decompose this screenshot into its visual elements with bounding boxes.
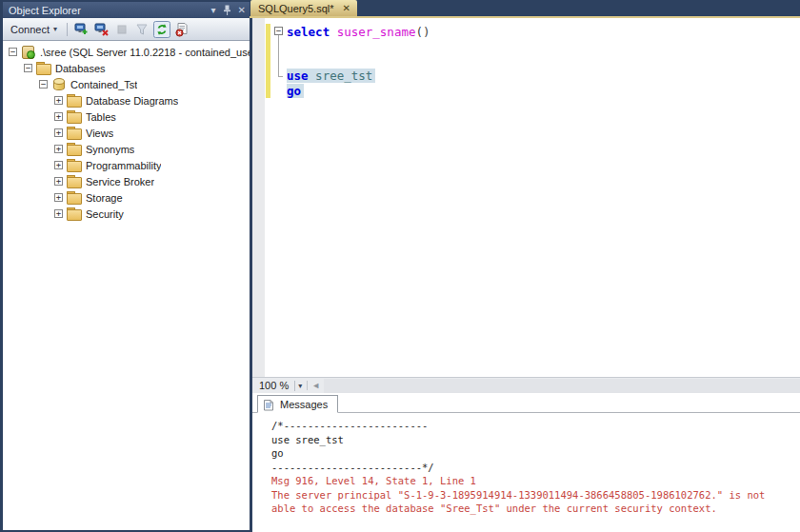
messages-output[interactable]: /*------------------------use sree_tstgo… <box>252 413 800 516</box>
disconnect-server-icon[interactable] <box>93 21 110 38</box>
code-line[interactable] <box>287 54 796 69</box>
editor-bottom-bar: 100 % ▾ ◄ <box>252 377 800 393</box>
window-position-icon[interactable]: ▾ <box>211 6 216 15</box>
folder-icon <box>67 207 81 220</box>
folder-icon <box>67 175 81 187</box>
toolbar-separator <box>67 23 68 36</box>
object-explorer-titlebar[interactable]: Object Explorer ▾ ✕ <box>3 2 250 18</box>
server-icon <box>21 46 35 58</box>
pin-icon[interactable] <box>223 5 231 15</box>
results-pane: Messages /*------------------------use s… <box>252 393 800 532</box>
tree-item-label: Storage <box>86 192 123 204</box>
tree-item-label: Programmability <box>86 160 161 171</box>
connect-button-label: Connect <box>10 24 50 35</box>
folder-icon <box>67 110 81 123</box>
refresh-icon[interactable] <box>153 21 170 38</box>
sql-editor[interactable]: − select suser_sname()use sree_tstgo <box>252 18 800 377</box>
collapse-region-icon[interactable]: − <box>274 27 283 35</box>
expand-icon[interactable]: + <box>54 112 63 121</box>
tree-item-tables[interactable]: +Tables <box>3 108 250 125</box>
code-area[interactable]: select suser_sname()use sree_tstgo <box>287 25 796 98</box>
connect-button[interactable]: Connect ▾ <box>7 22 61 37</box>
folder-icon <box>67 127 81 139</box>
tree-item-database-diagrams[interactable]: +Database Diagrams <box>3 92 250 108</box>
expand-icon[interactable]: + <box>54 145 63 153</box>
change-tracking-bar <box>266 24 270 98</box>
outline-guide-tick <box>278 76 283 77</box>
code-line[interactable]: use sree_tst <box>287 69 796 83</box>
expand-icon[interactable]: + <box>54 209 63 218</box>
tab-sqlquery5[interactable]: SQLQuery5.sql* ✕ <box>250 0 357 16</box>
collapse-icon[interactable]: − <box>24 64 32 72</box>
tree-item-label: Tables <box>86 111 116 123</box>
tree-item-label: Security <box>86 208 124 220</box>
connect-server-icon[interactable] <box>73 21 90 38</box>
expand-icon[interactable]: + <box>54 177 63 186</box>
tree-item-label: Synonyms <box>86 144 134 155</box>
tree-item-synonyms[interactable]: +Synonyms <box>3 141 250 157</box>
expand-icon[interactable]: + <box>54 128 63 137</box>
expand-icon[interactable]: + <box>54 193 63 202</box>
tree-item-label: .\sree (SQL Server 11.0.2218 - contained… <box>40 47 250 58</box>
message-line: The server principal "S-1-9-3-1895914914… <box>271 488 800 502</box>
close-icon[interactable]: ✕ <box>238 6 246 15</box>
zoom-dropdown[interactable]: 100 % ▾ <box>254 379 307 393</box>
tree-item-databases[interactable]: −Databases <box>3 60 250 76</box>
document-tabstrip: SQLQuery5.sql* ✕ <box>250 0 800 16</box>
tree-item-storage[interactable]: +Storage <box>3 189 250 206</box>
zoom-level-value: 100 % <box>259 380 289 391</box>
tree-item-label: Service Broker <box>86 176 154 187</box>
filter-icon[interactable] <box>133 21 150 38</box>
expand-icon[interactable]: + <box>54 96 63 105</box>
message-line: -------------------------*/ <box>271 461 800 475</box>
tree-item-sree-sql-server-11-0-2218-cont[interactable]: −.\sree (SQL Server 11.0.2218 - containe… <box>3 44 250 60</box>
message-line: Msg 916, Level 14, State 1, Line 1 <box>271 474 800 488</box>
code-line[interactable]: select suser_sname() <box>287 25 796 39</box>
tree-item-label: Contained_Tst <box>70 79 137 90</box>
tab-messages[interactable]: Messages <box>257 395 338 413</box>
folder-icon <box>67 191 81 204</box>
folder-icon <box>67 143 81 155</box>
tree-item-security[interactable]: +Security <box>3 206 250 222</box>
script-error-icon[interactable] <box>173 21 190 38</box>
chevron-down-icon: ▾ <box>53 25 57 33</box>
object-explorer-tree: −.\sree (SQL Server 11.0.2218 - containe… <box>3 41 250 530</box>
results-tab-label: Messages <box>280 399 328 410</box>
collapse-icon[interactable]: − <box>39 80 48 89</box>
tree-item-contained-tst[interactable]: −Contained_Tst <box>3 76 250 92</box>
tab-label: SQLQuery5.sql* <box>258 3 333 14</box>
message-line: /*------------------------ <box>271 419 800 433</box>
folder-icon <box>67 159 81 171</box>
database-icon <box>51 78 66 90</box>
outline-guide-line <box>278 35 279 76</box>
results-tabstrip: Messages <box>252 393 800 413</box>
object-explorer-toolbar: Connect ▾ <box>3 18 250 41</box>
scroll-left-icon[interactable]: ◄ <box>307 381 324 390</box>
zoom-chevron-down-icon[interactable]: ▾ <box>294 381 305 391</box>
tree-item-label: Views <box>86 128 113 139</box>
folder-icon <box>67 94 81 107</box>
tree-item-label: Databases <box>55 63 106 74</box>
tree-item-service-broker[interactable]: +Service Broker <box>3 173 250 189</box>
message-line: use sree_tst <box>271 433 800 447</box>
code-line[interactable] <box>287 39 796 53</box>
object-explorer-panel: Object Explorer ▾ ✕ Connect ▾ <box>3 2 250 530</box>
code-line[interactable]: go <box>287 84 796 98</box>
collapse-icon[interactable]: − <box>9 48 17 56</box>
expand-icon[interactable]: + <box>54 161 63 169</box>
horizontal-scrollbar[interactable] <box>324 379 800 393</box>
message-line: go <box>271 446 800 461</box>
messages-icon <box>263 398 275 411</box>
folder-icon <box>36 62 50 74</box>
tree-item-label: Database Diagrams <box>86 95 178 107</box>
tree-item-views[interactable]: +Views <box>3 125 250 141</box>
stop-icon[interactable] <box>113 21 130 38</box>
tree-item-programmability[interactable]: +Programmability <box>3 157 250 173</box>
indicator-margin <box>252 18 265 377</box>
panel-title: Object Explorer <box>9 5 211 16</box>
tab-close-icon[interactable]: ✕ <box>342 4 350 13</box>
message-line: able to access the database "Sree_Tst" u… <box>271 502 800 516</box>
